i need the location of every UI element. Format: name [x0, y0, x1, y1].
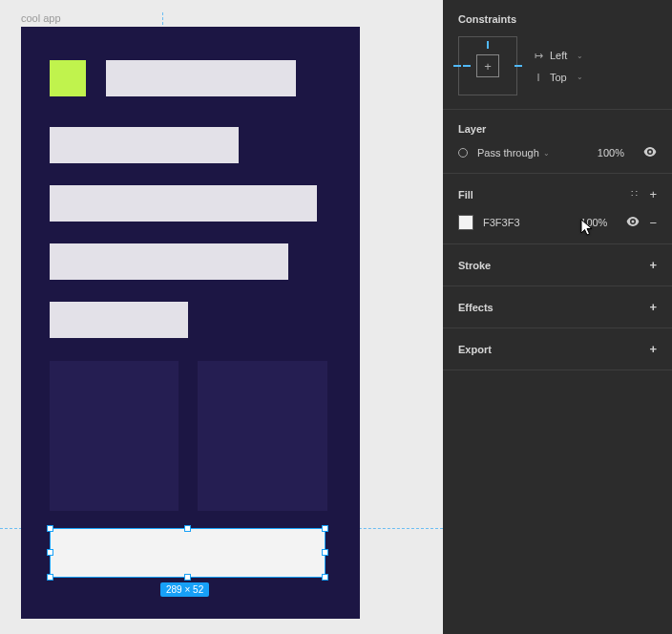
fill-hex-input[interactable]: F3F3F3: [483, 217, 571, 228]
fill-visibility-icon[interactable]: [626, 216, 640, 229]
constraint-tick-top: [487, 41, 489, 49]
layer-opacity-input[interactable]: 100%: [598, 147, 624, 158]
size-badge: 289 × 52: [160, 582, 209, 597]
stroke-title: Stroke: [458, 260, 491, 271]
add-effect-icon[interactable]: +: [649, 300, 657, 314]
frame-label[interactable]: cool app: [21, 12, 443, 24]
effects-title: Effects: [458, 302, 494, 313]
blend-mode-icon: [458, 148, 468, 158]
constraints-section: Constraints + ↦ Left ⌄ I Top ⌄: [443, 0, 672, 110]
layer-section: Layer Pass through ⌄ 100%: [443, 110, 672, 174]
resize-handle-tl[interactable]: [47, 525, 53, 532]
canvas[interactable]: cool app 289 × 52: [0, 0, 443, 634]
layer-rect-2[interactable]: [50, 127, 239, 163]
add-export-icon[interactable]: +: [649, 342, 657, 356]
layer-rect-5[interactable]: [50, 302, 188, 338]
resize-handle-bm[interactable]: [184, 574, 191, 581]
chevron-down-icon: ⌄: [577, 73, 583, 81]
frame[interactable]: 289 × 52: [21, 27, 360, 619]
chevron-down-icon: ⌄: [543, 149, 550, 158]
layer-card-2[interactable]: [198, 361, 327, 511]
export-section: Export +: [443, 328, 672, 370]
constraint-tick-left-outer: [453, 65, 461, 67]
stroke-section: Stroke +: [443, 244, 672, 286]
add-fill-icon[interactable]: +: [649, 187, 657, 201]
fill-opacity-input[interactable]: 100%: [580, 217, 607, 228]
svg-point-1: [632, 221, 635, 223]
chevron-down-icon: ⌄: [577, 52, 583, 60]
inspector-panel: Constraints + ↦ Left ⌄ I Top ⌄: [443, 0, 672, 634]
arrow-horizontal-icon: ↦: [533, 50, 544, 62]
blend-mode-value: Pass through: [477, 147, 539, 158]
svg-point-0: [649, 151, 652, 154]
fill-color-swatch[interactable]: [458, 215, 473, 230]
resize-handle-ml[interactable]: [47, 549, 53, 556]
constraint-tick-left: [463, 65, 471, 67]
resize-handle-mr[interactable]: [322, 549, 328, 556]
add-stroke-icon[interactable]: +: [649, 258, 657, 272]
style-icon[interactable]: ∷: [631, 188, 636, 201]
blend-mode-dropdown[interactable]: Pass through ⌄: [477, 147, 588, 158]
constraints-title: Constraints: [458, 13, 657, 25]
fill-title: Fill: [458, 189, 473, 201]
constraint-tick-right-outer: [514, 65, 522, 67]
layer-green-block[interactable]: [50, 60, 86, 96]
visibility-icon[interactable]: [643, 146, 657, 159]
resize-handle-tr[interactable]: [322, 525, 328, 532]
text-vertical-icon: I: [533, 72, 544, 83]
constraint-horizontal-dropdown[interactable]: ↦ Left ⌄: [533, 50, 583, 62]
selected-layer[interactable]: [50, 528, 326, 578]
resize-handle-bl[interactable]: [47, 574, 53, 581]
constraint-widget[interactable]: +: [458, 36, 517, 95]
constraint-h-value: Left: [550, 50, 567, 61]
constraint-v-value: Top: [550, 72, 567, 83]
resize-handle-tm[interactable]: [184, 525, 191, 532]
fill-section: Fill ∷ + F3F3F3 100% −: [443, 174, 672, 244]
layer-title: Layer: [458, 123, 657, 135]
effects-section: Effects +: [443, 286, 672, 328]
export-title: Export: [458, 344, 492, 355]
constraint-vertical-dropdown[interactable]: I Top ⌄: [533, 72, 583, 83]
remove-fill-icon[interactable]: −: [649, 216, 657, 230]
layer-rect-4[interactable]: [50, 243, 288, 280]
constraint-center-icon: +: [476, 54, 499, 77]
layer-card-1[interactable]: [50, 361, 178, 511]
layer-rect-3[interactable]: [50, 185, 317, 222]
resize-handle-br[interactable]: [322, 574, 328, 581]
layer-rect-1[interactable]: [106, 60, 296, 96]
